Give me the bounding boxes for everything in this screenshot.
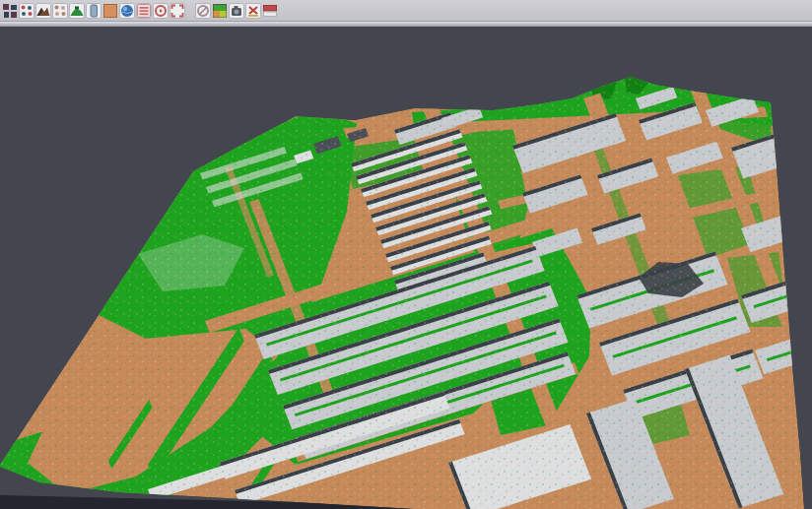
mountain-surface-icon[interactable]: [35, 3, 51, 19]
classify-points-icon[interactable]: [19, 3, 34, 19]
selection-circle-icon[interactable]: [153, 3, 169, 19]
toolbar: [0, 0, 812, 22]
terrain-model-icon[interactable]: [69, 3, 85, 19]
ortho-image-icon[interactable]: [102, 3, 118, 19]
terrain-point-cloud-render[interactable]: [0, 0, 812, 509]
globe-view-icon[interactable]: [119, 3, 135, 19]
application-window: [0, 0, 812, 509]
filter-disable-icon[interactable]: [195, 3, 211, 19]
classification-colors-icon[interactable]: [212, 3, 228, 19]
open-project-icon[interactable]: [2, 3, 18, 19]
clear-markers-icon[interactable]: [245, 3, 261, 19]
measure-flag-icon[interactable]: [262, 3, 278, 19]
toolbar-edge: [0, 22, 812, 27]
toolbar-icon-group: [0, 3, 278, 19]
point-cloud-noise: [0, 0, 812, 509]
profile-tool-icon[interactable]: [86, 3, 102, 19]
3d-viewport[interactable]: [0, 0, 812, 509]
layer-list-icon[interactable]: [136, 3, 152, 19]
sparse-points-icon[interactable]: [52, 3, 68, 19]
camera-capture-icon[interactable]: [229, 3, 244, 19]
selection-extent-icon[interactable]: [169, 3, 185, 19]
